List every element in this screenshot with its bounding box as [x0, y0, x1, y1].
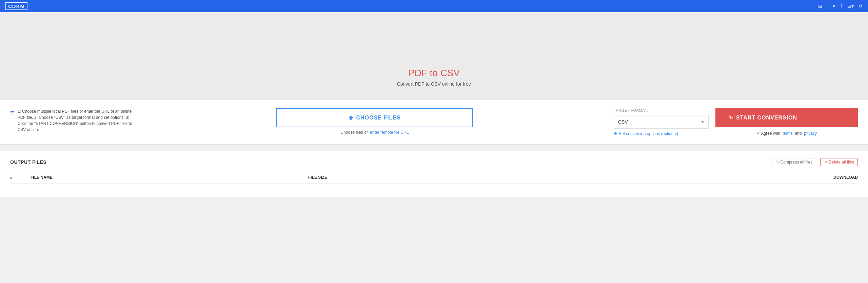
- conversion-options-label: Set conversion options (optional): [619, 131, 678, 136]
- output-title: OUTPUT FILES: [10, 159, 46, 165]
- privacy-link[interactable]: privacy: [804, 131, 817, 136]
- history-icon[interactable]: ↺: [859, 3, 863, 9]
- user-icon[interactable]: 👤▾: [827, 3, 835, 9]
- compress-label: Compress all files: [781, 160, 813, 165]
- col-file-size: FILE SIZE: [308, 172, 549, 183]
- header: CDKM ⊞ 👤▾ ? ⊟▾ ↺: [0, 0, 868, 12]
- start-conversion-section: ↻ START CONVERSION ✔ Agree with terms an…: [715, 108, 858, 136]
- instructions-text: 1: Choose multiple local PDF files or en…: [18, 108, 136, 133]
- agree-text: ✔ Agree with terms and privacy: [756, 131, 817, 136]
- gear-icon: ⚙: [614, 131, 617, 136]
- tool-area: ≡ 1: Choose multiple local PDF files or …: [0, 100, 868, 145]
- output-area: OUTPUT FILES ⇅ Compress all files ✕ Dele…: [0, 151, 868, 197]
- delete-icon: ✕: [824, 160, 827, 165]
- col-file-name: FILE NAME: [31, 172, 308, 183]
- check-icon: ✔: [756, 131, 760, 136]
- choose-files-button[interactable]: ✚ CHOOSE FILES: [276, 108, 473, 127]
- page-title: PDF to CSV: [408, 68, 460, 79]
- remote-url-link[interactable]: enter remote file URL: [370, 130, 409, 135]
- grid-icon[interactable]: ⊟▾: [847, 3, 854, 9]
- layers-icon[interactable]: ⊞: [818, 3, 822, 9]
- choose-files-helper-text: Choose files or: [341, 130, 368, 135]
- delete-label: Delete all files: [829, 160, 854, 165]
- compress-all-button[interactable]: ⇅ Compress all files: [772, 158, 816, 166]
- delete-all-button[interactable]: ✕ Delete all files: [820, 158, 858, 166]
- hero-subtitle: Convert PDF to CSV online for free: [397, 81, 471, 87]
- target-format-section: TARGET FORMAT: CSV ⚙ Set conversion opti…: [614, 108, 709, 136]
- compress-icon: ⇅: [776, 160, 779, 165]
- start-conversion-button[interactable]: ↻ START CONVERSION: [715, 108, 858, 127]
- header-icons: ⊞ 👤▾ ? ⊟▾ ↺: [818, 3, 863, 9]
- agree-static: Agree with: [761, 131, 780, 136]
- start-conversion-label: START CONVERSION: [736, 115, 797, 121]
- help-icon[interactable]: ?: [840, 3, 843, 9]
- choose-files-label: CHOOSE FILES: [356, 115, 400, 121]
- output-actions: ⇅ Compress all files ✕ Delete all files: [772, 158, 858, 166]
- table-header-row: # FILE NAME FILE SIZE DOWNLOAD: [10, 172, 858, 183]
- terms-link[interactable]: terms: [783, 131, 793, 136]
- output-header: OUTPUT FILES ⇅ Compress all files ✕ Dele…: [10, 158, 858, 166]
- col-download: DOWNLOAD: [549, 172, 858, 183]
- col-number: #: [10, 172, 31, 183]
- list-icon: ≡: [10, 109, 14, 117]
- hero-section: PDF to CSV Convert PDF to CSV online for…: [0, 12, 868, 100]
- file-upload-section: ✚ CHOOSE FILES Choose files or enter rem…: [142, 108, 607, 135]
- choose-files-helper: Choose files or enter remote file URL: [341, 130, 409, 135]
- target-format-select[interactable]: CSV: [614, 115, 709, 129]
- output-files-table: # FILE NAME FILE SIZE DOWNLOAD: [10, 172, 858, 190]
- refresh-icon: ↻: [729, 115, 733, 121]
- and-text: and: [795, 131, 802, 136]
- conversion-options-link[interactable]: ⚙ Set conversion options (optional): [614, 131, 709, 136]
- plus-icon: ✚: [349, 115, 353, 121]
- logo[interactable]: CDKM: [5, 2, 27, 10]
- target-format-label: TARGET FORMAT:: [614, 108, 709, 112]
- instructions-block: ≡ 1: Choose multiple local PDF files or …: [10, 108, 136, 133]
- empty-row: [10, 183, 858, 190]
